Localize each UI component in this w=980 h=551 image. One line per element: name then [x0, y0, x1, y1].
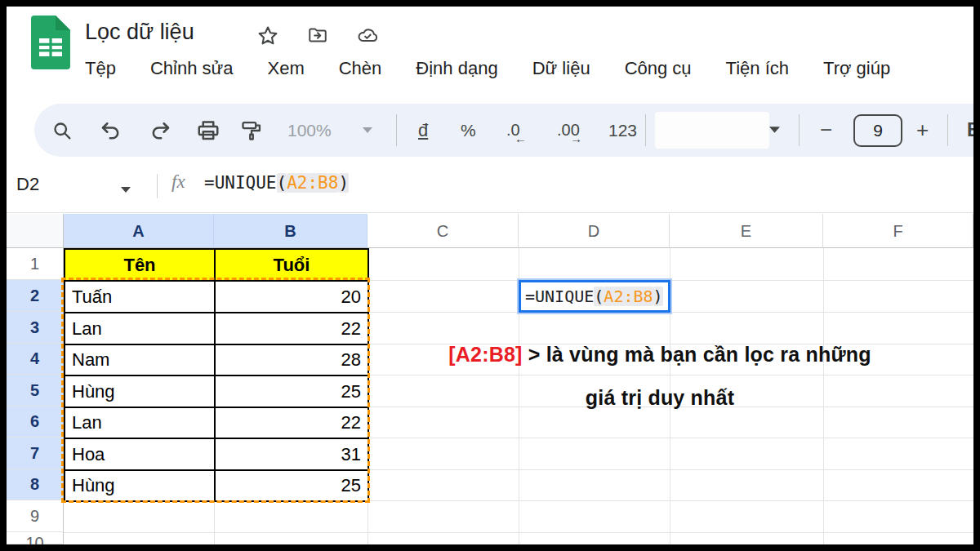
- toolbar-divider: [799, 114, 800, 146]
- menu-bar: Tệp Chỉnh sửa Xem Chèn Định dạng Dữ liệu…: [85, 58, 890, 79]
- row-header-3[interactable]: 3: [7, 312, 64, 344]
- cell-a8[interactable]: Hùng: [65, 470, 215, 501]
- cell-a7[interactable]: Hoa: [65, 438, 215, 470]
- cell-a5[interactable]: Hùng: [65, 375, 215, 407]
- name-box[interactable]: D2: [16, 174, 106, 195]
- formula-input[interactable]: =UNIQUE(A2:B8): [204, 173, 349, 193]
- table-row: Nam 28: [65, 344, 368, 375]
- menu-view[interactable]: Xem: [267, 58, 304, 79]
- row-header-10[interactable]: 10: [7, 532, 64, 544]
- annotation-range-label: [A2:B8]: [448, 343, 522, 366]
- zoom-value[interactable]: 100%: [287, 104, 332, 157]
- font-name-box[interactable]: [655, 112, 769, 149]
- row-header-2[interactable]: 2: [7, 280, 64, 312]
- annotation-line1: [A2:B8] > là vùng mà bạn cần lọc ra nhữn…: [350, 343, 970, 367]
- column-header-e[interactable]: E: [670, 214, 823, 248]
- cell-b6[interactable]: 22: [215, 407, 368, 438]
- gridline: [823, 214, 824, 544]
- select-all-corner[interactable]: [7, 214, 64, 248]
- row-header-8[interactable]: 8: [7, 469, 64, 500]
- decrease-decimal-button[interactable]: .0←: [506, 104, 520, 157]
- formula-bar: D2 fx =UNIQUE(A2:B8): [7, 159, 973, 213]
- move-to-folder-icon[interactable]: [305, 24, 330, 47]
- cloud-saved-icon[interactable]: [354, 24, 379, 47]
- increase-decimal-button[interactable]: .00→: [557, 104, 580, 157]
- print-icon[interactable]: [196, 104, 220, 157]
- table-row: Tuấn 20: [65, 281, 368, 313]
- table-row: Hùng 25: [65, 375, 368, 407]
- font-size-input[interactable]: 9: [853, 114, 902, 147]
- increase-font-size-button[interactable]: +: [916, 104, 929, 157]
- toolbar: 100% đ % .0← .00→ 123 − 9 + B: [34, 104, 973, 157]
- annotation-line2: giá trị duy nhất: [350, 386, 970, 410]
- percent-format-button[interactable]: %: [461, 104, 476, 157]
- table-row: Lan 22: [65, 313, 368, 344]
- cell-b5[interactable]: 25: [215, 375, 368, 407]
- sheets-logo-icon[interactable]: [31, 16, 70, 69]
- currency-format-button[interactable]: đ: [418, 104, 428, 157]
- column-header-f[interactable]: F: [823, 214, 973, 248]
- gridline: [670, 214, 670, 544]
- row-header-5[interactable]: 5: [7, 375, 64, 407]
- redo-icon[interactable]: [149, 104, 172, 157]
- more-formats-button[interactable]: 123: [608, 104, 637, 157]
- cell-b7[interactable]: 31: [215, 438, 368, 470]
- cell-b1[interactable]: Tuổi: [215, 249, 368, 281]
- decrease-font-size-button[interactable]: −: [820, 104, 832, 157]
- menu-extensions[interactable]: Tiện ích: [726, 58, 789, 79]
- cell-b4[interactable]: 28: [215, 344, 368, 375]
- column-header-b[interactable]: B: [214, 214, 368, 248]
- table-row: Hoa 31: [65, 438, 368, 470]
- menu-data[interactable]: Dữ liệu: [532, 58, 590, 79]
- menu-help[interactable]: Trợ giúp: [823, 58, 890, 79]
- cell-a3[interactable]: Lan: [65, 313, 215, 344]
- cell-b3[interactable]: 22: [215, 313, 368, 344]
- cell-b8[interactable]: 25: [215, 470, 368, 501]
- row-header-7[interactable]: 7: [7, 438, 64, 469]
- bold-button[interactable]: B: [967, 104, 973, 157]
- table-row: Hùng 25: [65, 470, 368, 501]
- row-header-4[interactable]: 4: [7, 344, 64, 375]
- cell-a1[interactable]: Tên: [65, 249, 215, 281]
- undo-icon[interactable]: [100, 104, 122, 157]
- table-row: Lan 22: [65, 407, 368, 438]
- paint-format-icon[interactable]: [240, 104, 263, 157]
- document-title[interactable]: Lọc dữ liệu: [85, 20, 194, 45]
- cell-a2[interactable]: Tuấn: [65, 281, 215, 313]
- column-header-d[interactable]: D: [519, 214, 670, 248]
- menu-file[interactable]: Tệp: [85, 58, 116, 79]
- menu-format[interactable]: Định dạng: [416, 58, 497, 79]
- column-header-a[interactable]: A: [64, 214, 214, 248]
- row-header-9[interactable]: 9: [7, 500, 64, 532]
- sheets-window: Lọc dữ liệu Tệp Chỉnh sửa Xem Chèn Định …: [7, 7, 973, 544]
- menu-insert[interactable]: Chèn: [339, 58, 382, 79]
- row-header-1[interactable]: 1: [7, 248, 64, 280]
- menu-edit[interactable]: Chỉnh sửa: [150, 58, 234, 79]
- name-box-caret-icon[interactable]: [121, 182, 131, 197]
- column-header-c[interactable]: C: [368, 214, 519, 248]
- formula-bar-divider: [157, 174, 158, 198]
- cell-a6[interactable]: Lan: [65, 407, 215, 438]
- font-caret-icon[interactable]: [769, 104, 780, 157]
- toolbar-divider: [947, 114, 948, 146]
- menu-tools[interactable]: Công cụ: [625, 58, 692, 79]
- cell-b2[interactable]: 20: [215, 281, 368, 313]
- fx-icon: fx: [172, 171, 185, 193]
- cell-d2-formula-editor[interactable]: =UNIQUE(A2:B8): [519, 280, 670, 313]
- gridline: [7, 532, 973, 533]
- table-row: Tên Tuổi: [65, 249, 368, 281]
- screenshot-frame: Lọc dữ liệu Tệp Chỉnh sửa Xem Chèn Định …: [0, 0, 980, 551]
- gridline: [519, 214, 519, 544]
- star-icon[interactable]: [256, 24, 281, 47]
- zoom-caret-icon[interactable]: [363, 104, 372, 157]
- data-table: Tên Tuổi Tuấn 20 Lan 22 Nam 28 Hùng 25 L…: [64, 248, 369, 502]
- toolbar-divider: [396, 114, 397, 146]
- cell-a4[interactable]: Nam: [65, 344, 215, 375]
- search-icon[interactable]: [51, 104, 74, 157]
- toolbar-divider: [645, 114, 646, 146]
- row-header-6[interactable]: 6: [7, 407, 64, 438]
